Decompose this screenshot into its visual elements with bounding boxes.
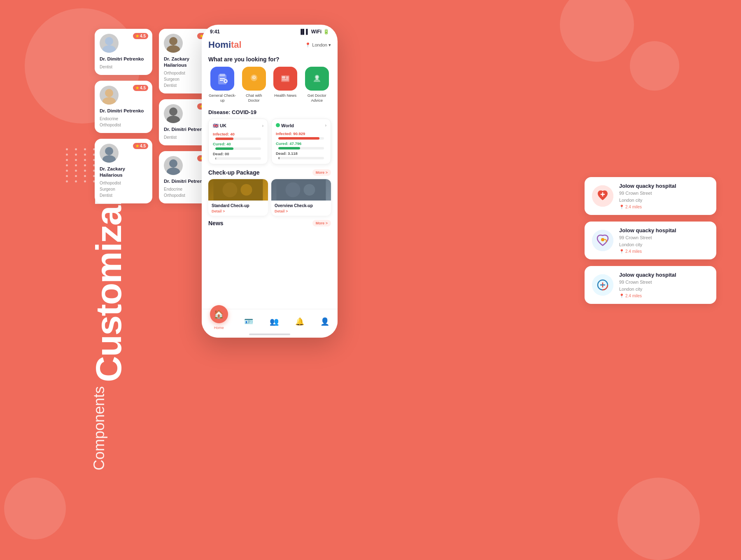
doctor-cards-area: ★ 4.5 Dr. Dimitri Petrenko Dentist ★ 4.5… bbox=[95, 29, 217, 203]
overview-checkup-card[interactable]: Overview Check-up Detail > bbox=[271, 179, 331, 216]
nav-bell[interactable]: 🔔 bbox=[295, 317, 304, 326]
location-pin-icon: 📍 bbox=[619, 294, 624, 298]
home-btn[interactable]: 🏠 bbox=[210, 305, 228, 323]
cured-row: Cured: 40 bbox=[213, 142, 263, 150]
svg-point-9 bbox=[167, 116, 180, 123]
nav-profile[interactable]: 👤 bbox=[320, 317, 329, 326]
app-content: Homital 📍 London ▾ What are you looking … bbox=[202, 36, 338, 313]
star-icon: ★ bbox=[135, 86, 139, 90]
home-label: Home bbox=[214, 326, 224, 330]
standard-checkup-card[interactable]: Standard Check-up Detail > bbox=[208, 179, 268, 216]
doctor-name: Dr. Zackary Hailarious bbox=[100, 166, 147, 178]
nav-people[interactable]: 👥 bbox=[270, 317, 279, 326]
qa-label: Health News bbox=[274, 93, 296, 98]
checkup-name: Overview Check-up bbox=[275, 203, 328, 208]
chevron-down-icon: ▾ bbox=[329, 42, 331, 48]
hospital-name: Jolow quacky hospital bbox=[619, 272, 676, 278]
svg-rect-30 bbox=[214, 179, 263, 201]
svg-point-5 bbox=[103, 155, 116, 163]
arrow-icon: › bbox=[262, 124, 263, 128]
star-icon: ★ bbox=[135, 144, 139, 148]
news-more-btn[interactable]: More > bbox=[312, 220, 331, 226]
hospital-icon-1 bbox=[592, 185, 613, 207]
nav-home[interactable]: 🏠 Home bbox=[210, 313, 228, 330]
doctor-card[interactable]: ★ 4.5 Dr. Zackary Hailarious Orthopodist… bbox=[95, 139, 152, 203]
app-logo: Homital bbox=[208, 40, 242, 50]
hospital-card-3[interactable]: Jolow quacky hospital 99 Crown Street Lo… bbox=[585, 266, 716, 304]
world-disease-card[interactable]: World › Infected: 90.929 Cured: 47.796 bbox=[271, 119, 331, 164]
search-prompt: What are you looking for? bbox=[208, 56, 331, 63]
qa-chat-doctor[interactable]: ? Chat with Doctor bbox=[240, 67, 268, 103]
hospital-info-3: Jolow quacky hospital 99 Crown Street Lo… bbox=[619, 272, 676, 298]
doctor-specialty: EndocrineOrthopodist bbox=[100, 116, 147, 128]
doctor-avatar bbox=[100, 144, 119, 163]
deco-circle-tr1 bbox=[560, 0, 634, 62]
deco-circle-br bbox=[618, 478, 700, 560]
doctor-avatar bbox=[164, 104, 183, 123]
uk-flag: 🇬🇧 UK bbox=[213, 123, 226, 128]
hospital-card-2[interactable]: Jolow quacky hospital 99 Crown Street Lo… bbox=[585, 222, 716, 259]
disease-title: Disease: COVID-19 bbox=[208, 109, 331, 115]
logo-red: tal bbox=[231, 40, 242, 50]
doctor-avatar bbox=[164, 34, 183, 53]
svg-rect-23 bbox=[282, 76, 285, 79]
disease-section: Disease: COVID-19 🇬🇧 UK › Infected: 40 bbox=[208, 109, 331, 164]
home-indicator bbox=[249, 334, 290, 335]
cured-row: Cured: 47.796 bbox=[276, 141, 326, 149]
arrow-icon: › bbox=[325, 123, 326, 128]
doctor-specialty: OrthopodistSurgeonDentist bbox=[100, 180, 147, 198]
news-section: News More > bbox=[208, 220, 331, 226]
status-icons: ▐▌▌ WiFi 🔋 bbox=[299, 29, 329, 35]
location-label: London bbox=[312, 42, 327, 47]
svg-point-40 bbox=[601, 238, 604, 241]
checkup-img bbox=[271, 179, 331, 201]
deco-circle-bl bbox=[4, 478, 66, 539]
doctor-cards-col1: ★ 4.5 Dr. Dimitri Petrenko Dentist ★ 4.5… bbox=[95, 29, 152, 203]
svg-point-34 bbox=[286, 182, 301, 197]
hospital-name: Jolow quacky hospital bbox=[619, 227, 676, 233]
world-dot: World bbox=[276, 123, 294, 128]
svg-point-2 bbox=[105, 89, 113, 97]
location-pin-icon: 📍 bbox=[619, 249, 624, 254]
svg-rect-29 bbox=[316, 79, 318, 79]
rating-badge: ★ 4.5 bbox=[133, 143, 148, 149]
checkup-more-btn[interactable]: More > bbox=[312, 169, 331, 176]
doctor-card[interactable]: ★ 4.5 Dr. Dimitri Petrenko EndocrineOrth… bbox=[95, 81, 152, 133]
checkup-detail-link[interactable]: Detail > bbox=[275, 209, 328, 213]
doctor-avatar bbox=[100, 34, 119, 53]
svg-rect-33 bbox=[277, 179, 326, 201]
hospital-address: 99 Crown Street London city bbox=[619, 279, 676, 292]
general-checkup-icon bbox=[210, 67, 234, 91]
people-icon: 👥 bbox=[270, 317, 279, 326]
hospital-icon-2 bbox=[592, 230, 613, 251]
checkup-header: Check-up Package More > bbox=[208, 169, 331, 176]
checkup-cards: Standard Check-up Detail > Overview Chec… bbox=[208, 179, 331, 216]
hospital-name: Jolow quacky hospital bbox=[619, 183, 676, 189]
logo-black: Homi bbox=[208, 40, 231, 50]
dead-row: Dead: 00 bbox=[213, 152, 263, 160]
news-title: News bbox=[208, 220, 224, 226]
hospital-address: 99 Crown Street London city bbox=[619, 234, 676, 248]
hospital-card-1[interactable]: Jolow quacky hospital 99 Crown Street Lo… bbox=[585, 177, 716, 215]
nav-card[interactable]: 🪪 bbox=[244, 317, 253, 326]
star-icon: ★ bbox=[135, 34, 139, 38]
qa-label: General Check-up bbox=[208, 93, 237, 103]
infected-row: Infected: 90.929 bbox=[276, 131, 326, 140]
checkup-detail-link[interactable]: Detail > bbox=[212, 209, 265, 213]
uk-disease-card[interactable]: 🇬🇧 UK › Infected: 40 Cured: 40 Dea bbox=[208, 119, 268, 164]
qa-health-news[interactable]: Health News bbox=[271, 67, 300, 103]
dead-row: Dead: 3.118 bbox=[276, 151, 326, 159]
doctor-specialty: Dentist bbox=[100, 64, 147, 70]
rating-badge: ★ 4.5 bbox=[133, 85, 148, 91]
location-picker[interactable]: 📍 London ▾ bbox=[305, 42, 331, 48]
hospital-distance: 📍 2.4 miles bbox=[619, 249, 676, 254]
svg-point-10 bbox=[169, 159, 177, 168]
checkup-section: Check-up Package More > Standard Check-u… bbox=[208, 169, 331, 216]
components-label: Components bbox=[91, 386, 108, 470]
svg-point-35 bbox=[304, 184, 315, 196]
qa-doctor-advice[interactable]: Get Doctor Advice bbox=[303, 67, 331, 103]
deco-circle-tr2 bbox=[630, 41, 679, 91]
qa-general-checkup[interactable]: General Check-up bbox=[208, 67, 237, 103]
doctor-card[interactable]: ★ 4.5 Dr. Dimitri Petrenko Dentist bbox=[95, 29, 152, 75]
infected-row: Infected: 40 bbox=[213, 132, 263, 140]
